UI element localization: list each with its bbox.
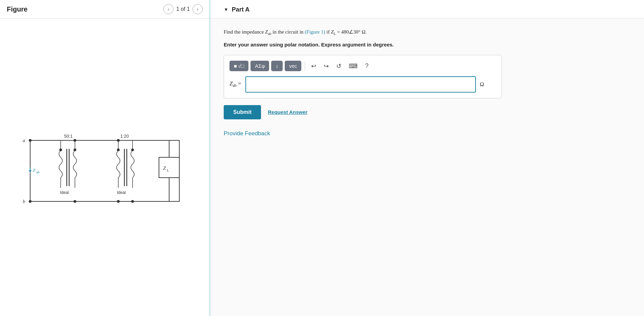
prev-figure-button[interactable]: ‹ <box>163 4 174 14</box>
right-panel: ▼ Part A Find the impedance Zab in the c… <box>210 0 644 316</box>
math-template-icon: ■ <box>234 63 237 69</box>
redo-icon: ↪ <box>324 63 329 70</box>
svg-text:50:1: 50:1 <box>64 134 73 139</box>
keyboard-button[interactable]: ⌨ <box>346 61 360 72</box>
prev-icon: ‹ <box>168 6 169 12</box>
svg-point-34 <box>131 200 134 203</box>
answer-label: Zab = <box>229 80 241 88</box>
undo-button[interactable]: ↩ <box>308 61 319 72</box>
circuit-diagram: a b Z ab 50:1 <box>17 120 193 215</box>
reset-icon: ↺ <box>336 63 341 70</box>
figure-title: Figure <box>7 5 159 13</box>
provide-feedback-button[interactable]: Provide Feedback <box>224 130 270 137</box>
math-templates-button[interactable]: ■ √□ <box>229 61 248 71</box>
math-input-box: ■ √□ AΣφ ↕ vec ↩ ↪ <box>224 55 502 98</box>
svg-point-24 <box>117 149 120 151</box>
help-button[interactable]: ? <box>362 61 371 71</box>
vec-button[interactable]: vec <box>285 61 301 71</box>
svg-point-3 <box>29 200 32 203</box>
vec-label: vec <box>289 63 297 69</box>
svg-text:Ideal: Ideal <box>117 190 126 195</box>
svg-point-1 <box>29 139 32 142</box>
svg-text:Z: Z <box>33 167 36 173</box>
part-header: ▼ Part A <box>210 0 644 18</box>
svg-point-19 <box>74 200 76 203</box>
problem-instruction: Enter your answer using polar notation. … <box>224 42 630 47</box>
action-row: Submit Request Answer <box>224 105 630 119</box>
svg-text:L: L <box>167 168 169 172</box>
svg-point-13 <box>74 149 76 151</box>
left-panel: Figure ‹ 1 of 1 › a b Z ab <box>0 0 210 316</box>
svg-rect-0 <box>30 140 179 201</box>
svg-marker-6 <box>29 170 32 173</box>
svg-text:a: a <box>23 138 25 143</box>
redo-button[interactable]: ↪ <box>321 61 331 72</box>
figure-header: Figure ‹ 1 of 1 › <box>0 0 209 19</box>
toolbar-separator <box>305 61 305 71</box>
next-icon: › <box>197 6 199 12</box>
alpha-symbol-label: AΣφ <box>255 63 265 69</box>
math-template-label: √□ <box>238 63 244 69</box>
alpha-symbols-button[interactable]: AΣφ <box>250 61 269 71</box>
answer-row: Zab = Ω <box>229 76 496 93</box>
circuit-area: a b Z ab 50:1 <box>0 19 209 316</box>
keyboard-icon: ⌨ <box>349 63 358 70</box>
arrows-icon: ↕ <box>276 63 278 69</box>
figure-link[interactable]: (Figure 1) <box>305 29 325 35</box>
arrows-button[interactable]: ↕ <box>271 61 283 71</box>
figure-nav-label: 1 of 1 <box>176 6 190 12</box>
svg-text:Z: Z <box>163 165 166 171</box>
collapse-arrow-icon[interactable]: ▼ <box>224 7 228 13</box>
undo-icon: ↩ <box>311 63 316 70</box>
svg-text:1:20: 1:20 <box>120 134 129 139</box>
svg-rect-27 <box>159 157 179 178</box>
next-figure-button[interactable]: › <box>193 4 203 14</box>
help-icon: ? <box>365 62 368 69</box>
svg-point-12 <box>59 149 62 151</box>
svg-text:ab: ab <box>36 170 39 174</box>
answer-input[interactable] <box>245 76 476 93</box>
answer-unit: Ω <box>480 81 484 88</box>
svg-point-25 <box>131 149 134 151</box>
request-answer-button[interactable]: Request Answer <box>268 109 307 115</box>
problem-statement: Find the impedance Zab in the circuit in… <box>224 28 630 37</box>
submit-button[interactable]: Submit <box>224 105 261 119</box>
svg-point-20 <box>117 200 120 203</box>
part-title: Part A <box>232 6 249 13</box>
svg-point-16 <box>74 139 76 142</box>
problem-body: Find the impedance Zab in the circuit in… <box>210 18 644 146</box>
reset-button[interactable]: ↺ <box>334 61 344 72</box>
svg-text:b: b <box>23 199 25 204</box>
figure-nav: ‹ 1 of 1 › <box>163 4 203 14</box>
svg-text:Ideal: Ideal <box>60 190 69 195</box>
math-toolbar: ■ √□ AΣφ ↕ vec ↩ ↪ <box>229 61 496 72</box>
